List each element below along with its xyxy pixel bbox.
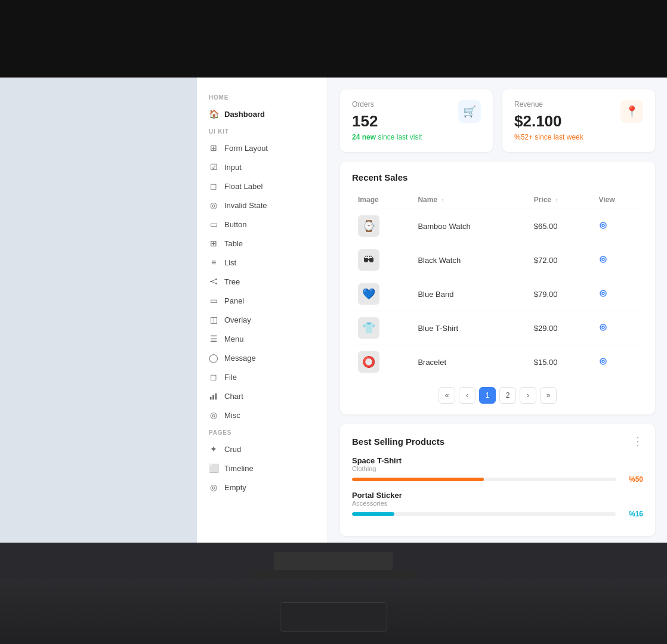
product-view-cell xyxy=(592,209,643,243)
orders-label: Orders xyxy=(352,100,422,109)
product-name-cell: Bracelet xyxy=(412,345,527,379)
sidebar-item-timeline[interactable]: ⬜ Timeline xyxy=(197,459,328,478)
table-row: ⭕ Bracelet $15.00 xyxy=(352,345,643,379)
sidebar-item-message[interactable]: ◯ Message xyxy=(197,348,328,367)
sidebar-item-dashboard[interactable]: 🏠 Dashboard xyxy=(197,104,328,123)
product-name: Portal Sticker xyxy=(352,491,643,500)
product-img: 💙 xyxy=(358,283,379,305)
product-name-cell: Black Watch xyxy=(412,243,527,277)
pages-section-label: PAGES xyxy=(197,425,328,439)
bar-fill xyxy=(352,478,484,481)
svg-point-12 xyxy=(600,290,606,296)
sidebar-item-button[interactable]: ▭ Button xyxy=(197,215,328,234)
sidebar-item-table[interactable]: ⊞ Table xyxy=(197,234,328,253)
pagination-page-1[interactable]: 1 xyxy=(479,387,496,404)
revenue-card: Revenue $2.100 %52+ since last week 📍 xyxy=(502,89,655,152)
product-category: Accessories xyxy=(352,500,643,507)
product-image-cell: 💙 xyxy=(352,277,412,311)
sidebar-item-input[interactable]: ☑ Input xyxy=(197,157,328,177)
sidebar-item-file[interactable]: ◻ File xyxy=(197,367,328,386)
sidebar-item-list[interactable]: ≡ List xyxy=(197,253,328,272)
product-price-cell: $79.00 xyxy=(528,277,593,311)
file-icon: ◻ xyxy=(209,372,218,382)
view-icon[interactable] xyxy=(598,358,608,368)
sidebar-item-menu[interactable]: ☰ Menu xyxy=(197,329,328,348)
empty-icon: ◎ xyxy=(209,482,218,492)
pagination-prev[interactable]: ‹ xyxy=(459,387,475,404)
best-selling-item: Space T-Shirt Clothing %50 xyxy=(352,456,643,484)
panel-icon: ▭ xyxy=(209,296,218,305)
product-image-cell: ⌚ xyxy=(352,209,412,243)
float-label-icon: ◻ xyxy=(209,181,218,191)
sidebar-item-overlay[interactable]: ◫ Overlay xyxy=(197,310,328,329)
svg-point-13 xyxy=(602,292,604,295)
pagination-next[interactable]: › xyxy=(520,387,536,404)
col-view: View xyxy=(592,191,643,209)
pagination-first[interactable]: « xyxy=(439,387,455,404)
sidebar: HOME 🏠 Dashboard UI KIT ⊞ Form Layout ☑ … xyxy=(197,78,328,543)
misc-icon: ◎ xyxy=(209,410,218,420)
stats-row: Orders 152 24 new since last visit 🛒 xyxy=(340,89,655,152)
product-img: 🕶 xyxy=(358,249,379,271)
sidebar-item-chart[interactable]: Chart xyxy=(197,386,328,405)
sidebar-item-form-layout[interactable]: ⊞ Form Layout xyxy=(197,138,328,157)
svg-point-11 xyxy=(602,258,604,261)
product-img: 👕 xyxy=(358,317,379,339)
sidebar-item-empty[interactable]: ◎ Empty xyxy=(197,478,328,497)
input-icon: ☑ xyxy=(209,162,218,172)
form-layout-icon: ⊞ xyxy=(209,143,218,153)
svg-rect-6 xyxy=(212,395,214,400)
product-bar-row: %16 xyxy=(352,510,643,518)
svg-point-14 xyxy=(600,324,606,330)
sidebar-item-invalid-state[interactable]: ◎ Invalid State xyxy=(197,196,328,215)
table-row: ⌚ Bamboo Watch $65.00 xyxy=(352,209,643,243)
sidebar-item-crud[interactable]: ✦ Crud xyxy=(197,439,328,459)
recent-sales-card: Recent Sales Image Name ↕ Price ↕ xyxy=(340,162,655,414)
view-icon[interactable] xyxy=(598,290,608,300)
tree-icon xyxy=(209,277,218,286)
product-image-cell: ⭕ xyxy=(352,345,412,379)
orders-icon-box: 🛒 xyxy=(458,100,481,123)
view-icon[interactable] xyxy=(598,324,608,334)
product-name-cell: Blue T-Shirt xyxy=(412,311,527,345)
bar-percent: %16 xyxy=(622,510,643,518)
trackpad xyxy=(280,602,387,632)
col-image: Image xyxy=(352,191,412,209)
product-name: Space T-Shirt xyxy=(352,456,643,465)
product-price-cell: $72.00 xyxy=(528,243,593,277)
invalid-state-icon: ◎ xyxy=(209,200,218,210)
crud-icon: ✦ xyxy=(209,444,218,454)
uikit-section-label: UI KIT xyxy=(197,123,328,138)
product-view-cell xyxy=(592,277,643,311)
home-icon: 🏠 xyxy=(209,109,218,119)
product-category: Clothing xyxy=(352,465,643,472)
svg-point-15 xyxy=(602,326,604,329)
pagination-page-2[interactable]: 2 xyxy=(499,387,516,404)
svg-rect-5 xyxy=(210,397,212,400)
timeline-icon: ⬜ xyxy=(209,463,218,473)
orders-change: 24 new since last visit xyxy=(352,133,422,141)
col-price[interactable]: Price ↕ xyxy=(528,191,593,209)
message-icon: ◯ xyxy=(209,353,218,363)
svg-line-3 xyxy=(211,280,217,282)
sidebar-item-misc[interactable]: ◎ Misc xyxy=(197,405,328,425)
sidebar-item-tree[interactable]: Tree xyxy=(197,272,328,291)
location-icon: 📍 xyxy=(625,105,638,118)
sidebar-item-panel[interactable]: ▭ Panel xyxy=(197,291,328,310)
revenue-change: %52+ since last week xyxy=(514,133,583,141)
view-icon[interactable] xyxy=(598,222,608,232)
price-sort-icon: ↕ xyxy=(555,197,558,203)
card-menu-icon[interactable]: ⋮ xyxy=(632,435,643,448)
sidebar-item-float-label[interactable]: ◻ Float Label xyxy=(197,177,328,196)
bar-track xyxy=(352,478,616,481)
cart-icon: 🛒 xyxy=(463,105,476,118)
revenue-icon-box: 📍 xyxy=(620,100,643,123)
col-name[interactable]: Name ↕ xyxy=(412,191,527,209)
view-icon[interactable] xyxy=(598,256,608,266)
svg-rect-7 xyxy=(215,394,217,400)
table-row: 🕶 Black Watch $72.00 xyxy=(352,243,643,277)
pagination-last[interactable]: » xyxy=(540,387,557,404)
product-view-cell xyxy=(592,243,643,277)
bar-percent: %50 xyxy=(622,475,643,484)
pagination: « ‹ 1 2 › » xyxy=(352,387,643,404)
